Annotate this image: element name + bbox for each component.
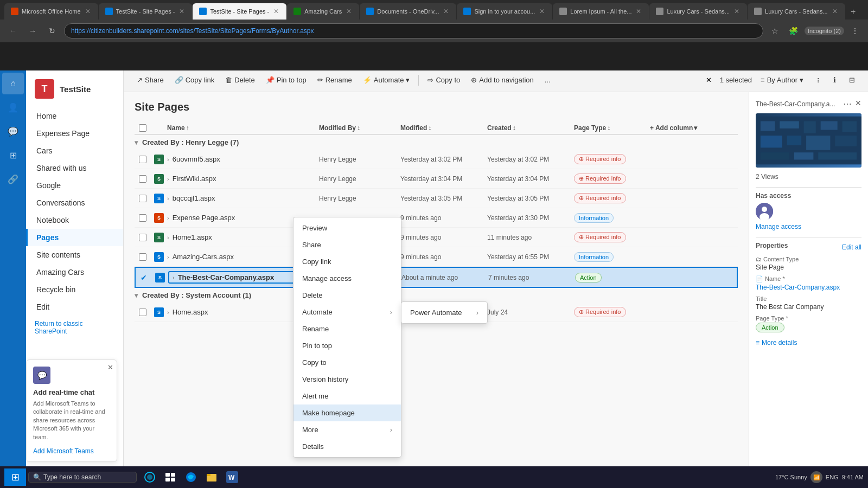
sidebar-item-recycle[interactable]: Recycle bin [26, 281, 123, 298]
forward-button[interactable]: → [25, 23, 40, 38]
menu-icon[interactable]: ⋮ [847, 23, 863, 38]
row-check[interactable]: ✔ [136, 273, 152, 282]
row-checkbox[interactable] [139, 156, 146, 163]
panel-more-button[interactable]: ⋯ [843, 99, 852, 109]
share-button[interactable]: ↗ Share [132, 74, 168, 86]
sidebar-item-expenses[interactable]: Expenses Page [26, 125, 123, 142]
header-check[interactable] [135, 124, 151, 132]
sp-nav-home[interactable]: ⌂ [2, 73, 24, 94]
header-page-type[interactable]: Page Type ↕ [574, 124, 650, 132]
ctx-automate[interactable]: Automate › Power Automate › [293, 304, 401, 320]
taskbar-search[interactable]: 🔍 Type here to search [28, 472, 137, 483]
copy-to-button[interactable]: ⇨ Copy to [423, 74, 464, 86]
tab-close-icon[interactable]: ✕ [345, 7, 353, 16]
refresh-button[interactable]: ↻ [44, 23, 60, 38]
ctx-delete[interactable]: Delete [293, 287, 401, 304]
taskbar-explorer[interactable] [203, 468, 220, 486]
deselect-button[interactable]: ✕ [703, 74, 716, 87]
file-name[interactable]: › 6uovmnf5.aspx [167, 155, 319, 163]
row-check[interactable] [135, 195, 151, 202]
sp-nav-apps[interactable]: ⊞ [2, 144, 24, 166]
extensions-icon[interactable]: 🧩 [786, 23, 801, 38]
panel-close-button[interactable]: ✕ [855, 99, 861, 109]
pin-button[interactable]: 📌 Pin to top [261, 74, 311, 86]
copy-link-button[interactable]: 🔗 Copy link [170, 74, 219, 86]
taskbar-cortana[interactable] [141, 468, 158, 486]
ctx-copy-to[interactable]: Copy to [293, 354, 401, 371]
tab-ms-office[interactable]: Microsoft Office Home ✕ [4, 3, 98, 20]
file-name[interactable]: › bqccqjl1.aspx [167, 194, 319, 202]
tab-close-icon[interactable]: ✕ [538, 7, 546, 16]
sp-nav-mysite[interactable]: 👤 [2, 97, 24, 118]
ctx-preview[interactable]: Preview [293, 220, 401, 236]
row-checkbox[interactable] [139, 195, 146, 202]
taskbar-word[interactable]: W [224, 468, 241, 486]
delete-button[interactable]: 🗑 Delete [221, 74, 259, 86]
sidebar-item-edit[interactable]: Edit [26, 298, 123, 316]
back-button[interactable]: ← [5, 23, 21, 38]
ctx-details[interactable]: Details [293, 438, 401, 455]
address-input[interactable]: https://citizenbuilders.sharepoint.com/s… [64, 23, 763, 38]
ctx-copy-link[interactable]: Copy link [293, 253, 401, 270]
row-check[interactable] [135, 234, 151, 241]
row-check[interactable] [135, 156, 151, 163]
tab-close-icon[interactable]: ✕ [272, 7, 280, 16]
tab-close-icon[interactable]: ✕ [178, 7, 186, 16]
by-author-button[interactable]: ≡ By Author ▾ [756, 74, 808, 86]
tab-signin[interactable]: Sign in to your accou... ✕ [457, 3, 552, 20]
manage-access-link[interactable]: Manage access [756, 223, 801, 230]
ctx-rename[interactable]: Rename [293, 320, 401, 337]
info-button[interactable]: ℹ [829, 74, 840, 86]
sidebar-item-notebook[interactable]: Notebook [26, 211, 123, 229]
row-checkbox[interactable] [139, 234, 146, 241]
tab-close-icon[interactable]: ✕ [733, 7, 741, 16]
tab-amazing-cars[interactable]: Amazing Cars ✕ [287, 3, 359, 20]
start-button[interactable]: ⊞ [4, 468, 26, 486]
sidebar-item-conversations[interactable]: Conversations [26, 194, 123, 211]
row-check[interactable] [135, 309, 151, 316]
tab-close-icon[interactable]: ✕ [635, 7, 642, 16]
tab-close-icon[interactable]: ✕ [831, 7, 839, 16]
ctx-pin[interactable]: Pin to top [293, 337, 401, 354]
tab-luxury2[interactable]: Luxury Cars - Sedans... ✕ [748, 3, 845, 20]
add-teams-button[interactable]: Add Microsoft Teams [33, 447, 94, 455]
tab-onedrive[interactable]: Documents - OneDriv... ✕ [360, 3, 456, 20]
automate-button[interactable]: ⚡ Automate ▾ [359, 74, 414, 86]
tab-close-icon[interactable]: ✕ [84, 7, 92, 16]
tab-close-icon[interactable]: ✕ [442, 7, 450, 16]
row-checkbox[interactable] [139, 175, 146, 183]
ctx-more[interactable]: More › [293, 421, 401, 438]
header-created[interactable]: Created ↕ [487, 124, 574, 132]
ctx-make-homepage[interactable]: Make homepage [293, 404, 401, 421]
add-nav-button[interactable]: ⊕ Add to navigation [467, 74, 538, 86]
row-checkbox[interactable] [139, 309, 146, 316]
more-details-link[interactable]: ≡ More details [756, 339, 861, 346]
view-button[interactable]: ⊟ [845, 74, 859, 86]
ctx-manage-access[interactable]: Manage access [293, 270, 401, 287]
sidebar-item-amazing-cars[interactable]: Amazing Cars [26, 264, 123, 281]
new-tab-button[interactable]: + [846, 4, 861, 20]
ctx-power-automate[interactable]: Power Automate › [401, 304, 487, 321]
sidebar-item-pages[interactable]: Pages [26, 229, 123, 246]
rename-button[interactable]: ✏ Rename [313, 74, 356, 86]
ctx-alert-me[interactable]: Alert me [293, 388, 401, 404]
collapse-icon[interactable]: ▾ [135, 292, 138, 299]
chat-panel-close-button[interactable]: ✕ [107, 363, 113, 371]
tab-luxury1[interactable]: Luxury Cars - Sedans... ✕ [649, 3, 747, 20]
file-name[interactable]: › FirstWiki.aspx [167, 175, 319, 183]
sp-nav-messages[interactable]: 💬 [2, 120, 24, 142]
row-check[interactable] [135, 175, 151, 183]
edit-all-link[interactable]: Edit all [842, 243, 861, 251]
name-value[interactable]: The-Best-Car-Company.aspx [756, 284, 861, 291]
tab-testsite-2[interactable]: TestSite - Site Pages - ✕ [99, 3, 193, 20]
row-checkbox[interactable] [139, 214, 146, 222]
header-modified[interactable]: Modified ↕ [400, 124, 487, 132]
header-add-column[interactable]: + Add column ▾ [650, 124, 715, 132]
row-check[interactable] [135, 253, 151, 261]
sp-nav-links[interactable]: 🔗 [2, 168, 24, 190]
more-button[interactable]: ... [540, 74, 555, 86]
tab-lorem[interactable]: Lorem Ipsum - All the... ✕ [553, 3, 649, 20]
header-name[interactable]: Name ↑ [167, 124, 319, 132]
tab-testsite-active[interactable]: TestSite - Site Pages - ✕ [193, 3, 286, 20]
sidebar-item-cars[interactable]: Cars [26, 142, 123, 159]
